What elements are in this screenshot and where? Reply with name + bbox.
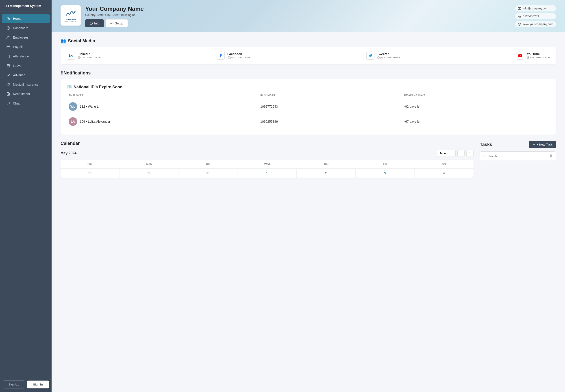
sidebar-item-chat[interactable]: Chat bbox=[2, 99, 50, 108]
chat-icon bbox=[6, 101, 10, 105]
svg-point-22 bbox=[69, 54, 70, 55]
cal-cell-29-prev[interactable]: 29 bbox=[120, 169, 179, 178]
page-content: 👥 Social Media LinkedIn @your_user_name … bbox=[52, 32, 565, 184]
table-row: LA 109 • Lolita Alexander 1090255386 -67… bbox=[67, 114, 550, 129]
employees-icon bbox=[6, 35, 10, 40]
sidebar-item-leave[interactable]: Leave bbox=[2, 61, 50, 70]
payroll-icon bbox=[6, 45, 10, 49]
company-tabs: Info Setup bbox=[85, 19, 556, 27]
svg-line-27 bbox=[485, 157, 486, 157]
calendar-next-button[interactable] bbox=[466, 150, 473, 157]
employee-cell-1: WL 112 • Wang Li bbox=[69, 102, 260, 111]
month-select-label: Month bbox=[440, 152, 448, 155]
plus-icon bbox=[532, 143, 535, 146]
social-youtube: YouTube @your_user_name bbox=[516, 52, 550, 60]
tasks-search-input[interactable] bbox=[488, 154, 546, 158]
cal-cell-2[interactable]: 2 bbox=[297, 169, 356, 178]
facebook-name: Facebook bbox=[227, 52, 250, 56]
bottom-section: Calendar May 2024 Month bbox=[61, 141, 556, 178]
month-select[interactable]: Month bbox=[437, 150, 455, 157]
cal-header-sat: Sat bbox=[414, 160, 473, 169]
sidebar-item-recruitment[interactable]: Recruitment bbox=[2, 89, 50, 98]
tasks-title: Tasks bbox=[480, 142, 492, 147]
signup-button[interactable]: Sign Up bbox=[3, 380, 25, 388]
cal-cell-30-prev[interactable]: 30 bbox=[179, 169, 237, 178]
calendar-prev-button[interactable] bbox=[457, 150, 465, 157]
company-name: Your Company Name bbox=[85, 5, 556, 12]
cal-cell-1[interactable]: 1 bbox=[237, 169, 296, 178]
company-logo: COMPANY Company Tagline Here bbox=[61, 5, 81, 26]
id-card-icon: 🪪 bbox=[67, 84, 72, 89]
calendar-title: Calendar bbox=[61, 141, 473, 146]
app-title: HR Management System bbox=[0, 0, 52, 12]
national-id-notification-card: 🪪 National ID's Expire Soon EMPLOYEE ID … bbox=[61, 79, 556, 135]
notifications-section-title: !!Notifications bbox=[61, 70, 556, 76]
facebook-icon bbox=[217, 52, 225, 60]
company-phone: 0123456789 bbox=[515, 13, 556, 19]
sidebar-item-attendance[interactable]: Attendance bbox=[2, 52, 50, 61]
sidebar-item-chat-label: Chat bbox=[13, 102, 20, 105]
id-number-2: 1090255386 bbox=[260, 120, 404, 123]
linkedin-icon bbox=[67, 52, 75, 60]
days-left-2: -67 days left bbox=[404, 120, 548, 123]
new-task-label: + New Task bbox=[537, 143, 552, 146]
sidebar-item-attendance-label: Attendance bbox=[13, 55, 29, 58]
phone-icon bbox=[518, 15, 521, 18]
company-website-text: www.yourcompany.com bbox=[523, 22, 553, 26]
chevron-left-icon bbox=[460, 152, 462, 154]
calendar-header: Calendar bbox=[61, 141, 473, 146]
signin-button[interactable]: Sign In bbox=[27, 380, 49, 388]
company-email-text: info@company.com bbox=[523, 7, 548, 10]
tab-info[interactable]: Info bbox=[85, 19, 104, 27]
sidebar-item-medical-insurance[interactable]: Medical Insurance bbox=[2, 80, 50, 89]
sidebar-item-advance-label: Advance bbox=[13, 73, 25, 77]
medical-insurance-icon bbox=[6, 83, 10, 86]
days-left-1: -92 days left bbox=[404, 105, 548, 108]
svg-rect-2 bbox=[7, 46, 10, 48]
emp-name-2: 109 • Lolita Alexander bbox=[80, 120, 110, 123]
tasks-section: Tasks + New Task bbox=[480, 141, 556, 178]
cal-header-mon: Mon bbox=[120, 160, 179, 169]
tab-setup[interactable]: Setup bbox=[106, 19, 128, 27]
recruitment-icon bbox=[6, 92, 10, 96]
cal-header-thu: Thu bbox=[297, 160, 356, 169]
employee-cell-2: LA 109 • Lolita Alexander bbox=[69, 117, 260, 126]
chevron-down-icon bbox=[450, 152, 452, 154]
emp-name-1: 112 • Wang Li bbox=[80, 105, 99, 108]
calendar-section: Calendar May 2024 Month bbox=[61, 141, 473, 178]
svg-point-19 bbox=[112, 23, 112, 24]
sidebar-item-home-label: Home bbox=[13, 17, 21, 20]
cal-header-tue: Tue bbox=[179, 160, 237, 169]
social-linkedin: LinkedIn @your_user_name bbox=[67, 52, 100, 60]
tasks-filter-button[interactable] bbox=[548, 154, 553, 159]
sidebar-item-dashboard[interactable]: Dashboard bbox=[2, 24, 50, 32]
advance-icon bbox=[6, 73, 10, 77]
sidebar-item-home[interactable]: Home bbox=[2, 14, 50, 23]
calendar-grid: Sun Mon Tue Wed Thu Fri Sat 28 29 30 1 2 bbox=[61, 160, 473, 178]
cal-cell-4[interactable]: 4 bbox=[414, 169, 473, 178]
sidebar: HR Management System Home Dashboard Empl… bbox=[0, 0, 52, 392]
leave-icon bbox=[6, 64, 10, 68]
youtube-name: YouTube bbox=[527, 52, 550, 56]
cal-cell-3[interactable]: 3 bbox=[356, 169, 414, 178]
company-header: COMPANY Company Tagline Here Your Compan… bbox=[52, 0, 565, 32]
cal-cell-28-prev[interactable]: 28 bbox=[61, 169, 120, 178]
sidebar-item-employees[interactable]: Employees bbox=[2, 33, 50, 42]
sidebar-item-advance[interactable]: Advance bbox=[2, 71, 50, 80]
company-address: Country, State, City, Street, Building n… bbox=[85, 13, 556, 17]
sidebar-nav: Home Dashboard Employees Payroll Attenda bbox=[0, 12, 52, 377]
company-website: www.yourcompany.com bbox=[515, 21, 556, 27]
filter-icon bbox=[549, 154, 552, 157]
tasks-header: Tasks + New Task bbox=[480, 141, 556, 148]
linkedin-name: LinkedIn bbox=[78, 52, 100, 56]
cal-header-wed: Wed bbox=[237, 160, 296, 169]
svg-point-26 bbox=[483, 155, 485, 157]
facebook-handle: @your_user_name bbox=[227, 56, 250, 59]
sidebar-item-recruitment-label: Recruitment bbox=[13, 92, 30, 96]
sidebar-item-payroll[interactable]: Payroll bbox=[2, 42, 50, 51]
svg-rect-8 bbox=[7, 65, 10, 67]
logo-tagline: Company Tagline Here bbox=[64, 21, 78, 22]
tab-info-label: Info bbox=[94, 22, 99, 25]
tasks-search-container bbox=[480, 151, 556, 161]
new-task-button[interactable]: + New Task bbox=[529, 141, 556, 148]
